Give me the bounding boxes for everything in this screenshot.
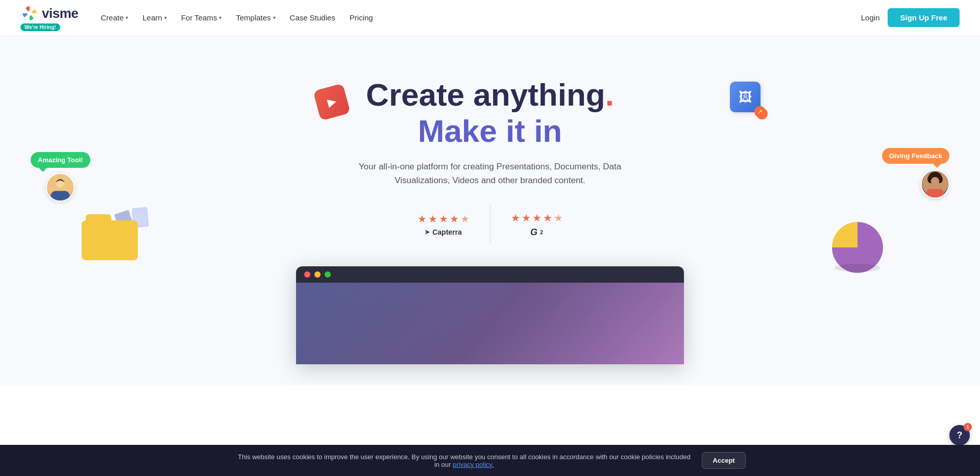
chevron-down-icon: ▾ <box>164 15 167 20</box>
hero-title: Create anything. Make it in <box>20 77 960 149</box>
svg-point-6 <box>922 170 948 196</box>
giving-feedback-bubble: Giving Feedback <box>882 148 949 164</box>
capterra-rating: ★ ★ ★ ★ ★ ➤ Capterra <box>397 205 491 244</box>
star-1: ★ <box>511 212 520 224</box>
browser-title-bar <box>296 266 684 283</box>
avatar-female <box>921 170 949 198</box>
capterra-stars: ★ ★ ★ ★ ★ <box>418 213 470 225</box>
svg-point-13 <box>835 264 880 272</box>
pie-chart-svg <box>829 219 886 275</box>
star-2: ★ <box>522 212 531 224</box>
logo-wordmark: visme <box>42 6 78 21</box>
browser-minimize-dot <box>314 271 321 278</box>
star-3: ★ <box>532 212 542 224</box>
nav-right: Login Sign Up Free <box>861 8 960 27</box>
avatar-male <box>46 173 75 202</box>
browser-mockup <box>296 266 684 364</box>
login-button[interactable]: Login <box>861 13 880 22</box>
svg-point-8 <box>928 172 942 183</box>
svg-point-2 <box>47 173 74 199</box>
doc-1 <box>114 210 134 233</box>
title-dot: . <box>605 77 614 112</box>
nav-for-teams[interactable]: For Teams ▾ <box>175 9 228 26</box>
svg-point-5 <box>56 179 65 188</box>
svg-point-3 <box>55 178 66 189</box>
g2-brand: G 2 <box>530 227 543 238</box>
nav-pricing[interactable]: Pricing <box>344 9 379 26</box>
g2-rating: ★ ★ ★ ★ ★ G 2 <box>491 204 583 246</box>
folder-shape <box>82 214 143 260</box>
ratings-container: ★ ★ ★ ★ ★ ➤ Capterra ★ ★ ★ ★ ★ G 2 <box>362 204 618 246</box>
star-half: ★ <box>554 212 563 224</box>
navigation: visme We're Hiring! Create ▾ Learn ▾ For… <box>0 0 980 36</box>
person-left-container: Amazing Tool! <box>31 148 90 202</box>
chevron-down-icon: ▾ <box>273 15 276 20</box>
nav-templates[interactable]: Templates ▾ <box>230 9 281 26</box>
nav-learn[interactable]: Learn ▾ <box>136 9 173 26</box>
browser-close-dot <box>304 271 310 278</box>
folder-tab <box>86 214 111 223</box>
male-avatar-svg <box>47 173 74 201</box>
hiring-badge[interactable]: We're Hiring! <box>20 23 60 31</box>
browser-content <box>296 283 684 364</box>
star-4: ★ <box>450 213 459 225</box>
star-2: ★ <box>428 213 437 225</box>
chevron-down-icon: ▾ <box>126 15 128 20</box>
svg-rect-12 <box>926 189 943 197</box>
person-left-decoration: Amazing Tool! <box>31 148 90 202</box>
star-half: ★ <box>460 213 470 225</box>
browser-maximize-dot <box>325 271 331 278</box>
signup-button[interactable]: Sign Up Free <box>888 8 960 27</box>
capterra-arrow-icon: ➤ <box>425 229 430 236</box>
doc-2 <box>132 207 149 228</box>
capterra-brand: ➤ Capterra <box>425 228 462 236</box>
g2-superscript: 2 <box>540 229 543 235</box>
nav-left: visme We're Hiring! Create ▾ Learn ▾ For… <box>20 4 379 31</box>
visme-logo-icon <box>20 4 39 22</box>
svg-point-9 <box>927 176 933 183</box>
pie-chart-decoration <box>827 219 888 281</box>
nav-create[interactable]: Create ▾ <box>94 9 134 26</box>
hero-subtitle: Your all-in-one platform for creating Pr… <box>357 160 623 187</box>
female-avatar-svg <box>922 170 948 197</box>
nav-links: Create ▾ Learn ▾ For Teams ▾ Templates ▾… <box>94 9 379 26</box>
svg-point-11 <box>931 177 940 186</box>
person-right-decoration: Giving Feedback <box>882 148 949 198</box>
folder-decoration <box>82 214 148 275</box>
star-3: ★ <box>439 213 448 225</box>
hero-title-line1: Create anything. <box>20 77 960 113</box>
g2-stars: ★ ★ ★ ★ ★ <box>511 212 563 224</box>
hero-title-line2: Make it in <box>20 113 960 149</box>
amazing-tool-bubble: Amazing Tool! <box>31 152 90 168</box>
browser-preview <box>296 283 684 364</box>
star-4: ★ <box>543 212 552 224</box>
star-1: ★ <box>418 213 427 225</box>
svg-rect-4 <box>51 191 70 201</box>
folder-docs <box>114 206 150 230</box>
svg-point-7 <box>931 176 940 185</box>
g2-logo-icon: G <box>530 227 537 238</box>
svg-point-10 <box>937 176 943 183</box>
nav-case-studies[interactable]: Case Studies <box>284 9 341 26</box>
logo-area: visme We're Hiring! <box>20 4 78 31</box>
svg-point-1 <box>27 11 32 16</box>
folder-body <box>82 220 138 260</box>
chevron-down-icon: ▾ <box>219 15 222 20</box>
hero-section: ▶ 🖼 ↗ Amazing Tool! Giving Feedbac <box>0 36 980 385</box>
logo[interactable]: visme <box>20 4 78 22</box>
